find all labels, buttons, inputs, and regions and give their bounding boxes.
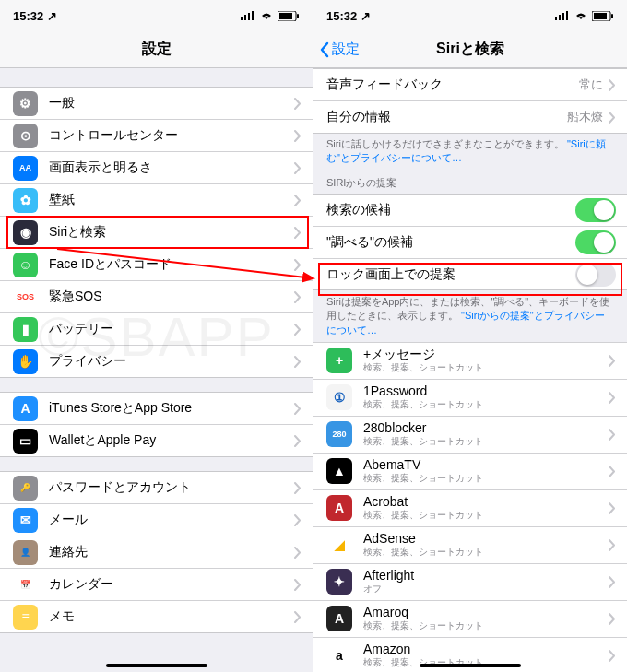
battery-icon: ▮	[13, 317, 38, 342]
siri-suggest-privacy-link[interactable]: "Siriからの提案"とプライバシーについて…	[326, 310, 605, 335]
siri-settings-list[interactable]: 音声フィードバック常に自分の情報船木燎Siriに話しかけるだけでさまざまなことが…	[314, 68, 627, 672]
settings-row-control-center[interactable]: ⊙コントロールセンター	[0, 119, 313, 151]
app-row[interactable]: ✦Afterlightオフ	[314, 563, 627, 600]
settings-row-display[interactable]: AA画面表示と明るさ	[0, 151, 313, 183]
settings-row-faceid[interactable]: ☺Face IDとパスコード	[0, 248, 313, 280]
signal-icon	[555, 11, 570, 20]
app-row[interactable]: AAmaroq検索、提案、ショートカット	[314, 600, 627, 637]
svg-rect-10	[566, 11, 568, 20]
settings-row-calendar[interactable]: 📅カレンダー	[0, 568, 313, 600]
settings-row-notes[interactable]: ≡メモ	[0, 600, 313, 632]
settings-row-contacts[interactable]: 👤連絡先	[0, 536, 313, 568]
app-icon: ✦	[326, 569, 352, 595]
home-indicator[interactable]	[106, 664, 207, 667]
settings-list[interactable]: ⚙一般⊙コントロールセンターAA画面表示と明るさ✿壁紙◉Siriと検索☺Face…	[0, 68, 313, 672]
chevron-right-icon	[294, 482, 302, 494]
app-name: AdSense	[363, 532, 609, 546]
toggle-lookup-suggest[interactable]	[575, 230, 616, 254]
chevron-right-icon	[609, 466, 616, 477]
settings-row-general[interactable]: ⚙一般	[0, 87, 313, 119]
toggle-lock-suggest[interactable]	[575, 263, 616, 287]
home-indicator[interactable]	[420, 664, 521, 667]
row-search-suggest: 検索の候補	[314, 194, 627, 226]
svg-rect-9	[562, 13, 564, 20]
row-label: 画面表示と明るさ	[49, 159, 294, 176]
app-sub: オフ	[363, 583, 609, 595]
app-row[interactable]: ①1Password検索、提案、ショートカット	[314, 379, 627, 416]
chevron-right-icon	[294, 356, 302, 368]
contacts-icon: 👤	[13, 540, 38, 565]
chevron-right-icon	[609, 112, 616, 124]
svg-rect-0	[241, 17, 243, 20]
page-title: 設定	[142, 40, 172, 59]
status-bar: 15:32 ↗	[0, 0, 313, 31]
chevron-right-icon	[294, 259, 302, 271]
chevron-right-icon	[294, 435, 302, 447]
app-row[interactable]: ++メッセージ検索、提案、ショートカット	[314, 342, 627, 379]
back-button[interactable]: 設定	[319, 41, 360, 58]
chevron-right-icon	[294, 611, 302, 623]
app-icon: A	[326, 606, 352, 631]
chevron-right-icon	[294, 291, 302, 303]
app-name: Afterlight	[363, 569, 609, 583]
app-name: Amazon	[363, 643, 609, 656]
control-center-icon: ⊙	[13, 124, 38, 148]
chevron-right-icon	[609, 650, 616, 662]
row-label: 音声フィードバック	[326, 77, 579, 93]
wallpaper-icon: ✿	[13, 188, 38, 213]
app-row[interactable]: 280280blocker検索、提案、ショートカット	[314, 416, 627, 453]
settings-row-mail[interactable]: ✉メール	[0, 503, 313, 536]
row-label: 連絡先	[49, 544, 294, 560]
nav-bar: 設定 Siriと検索	[314, 31, 627, 68]
app-icon: ◢	[326, 532, 352, 558]
settings-row-privacy[interactable]: ✋プライバシー	[0, 345, 313, 377]
settings-row-wallet[interactable]: ▭WalletとApple Pay	[0, 424, 313, 456]
app-icon: 280	[326, 421, 352, 447]
chevron-right-icon	[609, 576, 616, 588]
chevron-right-icon	[294, 514, 302, 526]
row-label: "調べる"の候補	[326, 234, 575, 251]
chevron-right-icon	[609, 392, 616, 404]
chevron-right-icon	[609, 79, 616, 91]
settings-row-battery[interactable]: ▮バッテリー	[0, 312, 313, 345]
settings-row-sos[interactable]: SOS緊急SOS	[0, 280, 313, 312]
row-label: プライバシー	[49, 353, 294, 370]
row-label: ロック画面上での提案	[326, 266, 575, 283]
svg-rect-5	[279, 13, 292, 19]
chevron-left-icon	[319, 41, 330, 58]
general-icon: ⚙	[13, 91, 38, 116]
app-row[interactable]: ▲AbemaTV検索、提案、ショートカット	[314, 453, 627, 489]
chevron-right-icon	[294, 547, 302, 559]
app-row[interactable]: AAcrobat検索、提案、ショートカット	[314, 489, 627, 526]
row-lookup-suggest: "調べる"の候補	[314, 226, 627, 258]
app-name: 1Password	[363, 384, 609, 398]
chevron-right-icon	[609, 429, 616, 441]
sos-icon: SOS	[13, 285, 38, 310]
row-label: メモ	[49, 608, 294, 625]
app-sub: 検索、提案、ショートカット	[363, 619, 609, 632]
siri-privacy-link[interactable]: "Siriに頼む"とプライバシーについて…	[326, 138, 606, 163]
toggle-search-suggest[interactable]	[575, 198, 616, 222]
row-label: 緊急SOS	[49, 289, 294, 305]
row-label: 壁紙	[49, 192, 294, 208]
row-label: 自分の情報	[326, 109, 567, 125]
settings-row-siri[interactable]: ◉Siriと検索	[0, 216, 313, 248]
settings-row-appstore[interactable]: AiTunes StoreとApp Store	[0, 392, 313, 424]
status-bar: 15:32 ↗	[314, 0, 627, 31]
settings-row-wallpaper[interactable]: ✿壁紙	[0, 183, 313, 216]
app-icon: ①	[326, 384, 352, 410]
row-label: メール	[49, 512, 294, 528]
row-my-info[interactable]: 自分の情報船木燎	[314, 100, 627, 133]
app-row[interactable]: ◢AdSense検索、提案、ショートカット	[314, 526, 627, 563]
chevron-right-icon	[609, 502, 616, 514]
row-label: Face IDとパスコード	[49, 256, 294, 273]
privacy-icon: ✋	[13, 349, 38, 374]
row-voice-feedback[interactable]: 音声フィードバック常に	[314, 68, 627, 100]
app-icon: A	[326, 495, 352, 521]
svg-rect-7	[555, 17, 557, 20]
row-label: バッテリー	[49, 321, 294, 337]
settings-row-passwords[interactable]: 🔑パスワードとアカウント	[0, 471, 313, 503]
chevron-right-icon	[294, 579, 302, 591]
app-name: 280blocker	[363, 421, 609, 435]
settings-root-screen: 15:32 ↗ 設定 ⚙一般⊙コントロールセンターAA画面表示と明るさ✿壁紙◉S…	[0, 0, 314, 672]
